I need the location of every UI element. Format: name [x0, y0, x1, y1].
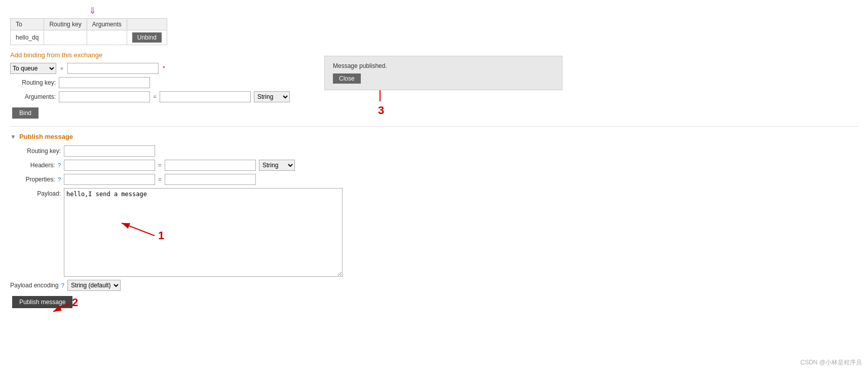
cell-routing-key: [44, 30, 87, 45]
properties-help-link[interactable]: ?: [58, 176, 61, 182]
payload-textarea[interactable]: hello,I send a message: [64, 188, 343, 277]
publish-section-label: Publish message: [19, 133, 73, 140]
properties-val-input-publish[interactable]: [165, 174, 256, 185]
payload-encoding-select[interactable]: String (default) Base64: [67, 280, 121, 291]
col-to: To: [11, 19, 44, 30]
col-routing-key: Routing key: [44, 19, 87, 30]
properties-row-publish: Properties: ? =: [10, 174, 858, 185]
arguments-row-binding: Arguments: = String Number Boolean: [10, 91, 858, 102]
routing-key-label-binding: Routing key:: [10, 79, 56, 86]
equals-sign-binding: =: [153, 93, 157, 100]
headers-label-publish: Headers: ?: [10, 162, 61, 169]
collapse-arrow-icon[interactable]: ▼: [10, 133, 16, 140]
routing-key-input-publish[interactable]: [64, 145, 155, 157]
arguments-type-select-binding[interactable]: String Number Boolean: [254, 91, 290, 102]
equals-properties: =: [158, 176, 162, 183]
cell-unbind[interactable]: Unbind: [127, 30, 167, 45]
publish-message-button[interactable]: Publish message: [12, 296, 72, 308]
bind-button[interactable]: Bind: [12, 107, 39, 119]
payload-row: Payload: hello,I send a message: [10, 188, 858, 277]
close-popup-button[interactable]: Close: [333, 73, 361, 84]
to-queue-select[interactable]: To queue To exchange: [10, 63, 56, 74]
unbind-button[interactable]: Unbind: [132, 32, 162, 43]
properties-key-input-publish[interactable]: [64, 174, 155, 185]
table-row: hello_dq Unbind: [11, 30, 167, 45]
required-star: *: [163, 65, 165, 72]
col-action: [127, 19, 167, 30]
arguments-key-input-binding[interactable]: [59, 91, 150, 102]
headers-row-publish: Headers: ? = String Number Boolean: [10, 160, 858, 171]
routing-key-row-publish: Routing key:: [10, 145, 858, 157]
section-divider: [10, 126, 858, 127]
publish-section-header: ▼ Publish message: [10, 133, 858, 140]
cell-arguments: [87, 30, 127, 45]
payload-encoding-help-link[interactable]: ?: [61, 282, 64, 288]
routing-key-input-binding[interactable]: [59, 77, 150, 88]
to-queue-input[interactable]: [67, 63, 159, 74]
payload-encoding-label: Payload encoding ?: [10, 282, 64, 289]
bindings-table: To Routing key Arguments hello_dq Unbind: [10, 18, 167, 45]
routing-key-label-publish: Routing key:: [10, 147, 61, 155]
headers-help-link[interactable]: ?: [58, 162, 61, 168]
headers-val-input-publish[interactable]: [165, 160, 256, 171]
cell-to: hello_dq: [11, 30, 44, 45]
publish-message-section: ▼ Publish message Routing key: Headers: …: [10, 133, 858, 308]
payload-encoding-row: Payload encoding ? String (default) Base…: [10, 280, 858, 291]
message-published-popup: Message published. Close: [324, 56, 562, 90]
properties-label-publish: Properties: ?: [10, 176, 61, 183]
payload-label: Payload:: [10, 188, 61, 197]
equals-headers: =: [158, 162, 162, 169]
down-arrow-icon: ⇓: [89, 6, 96, 16]
headers-key-input-publish[interactable]: [64, 160, 155, 171]
popup-message-text: Message published.: [333, 62, 554, 69]
arguments-label-binding: Arguments:: [10, 93, 56, 100]
col-arguments: Arguments: [87, 19, 127, 30]
arguments-val-input-binding[interactable]: [160, 91, 251, 102]
watermark: CSDN @小林是程序员: [800, 358, 862, 367]
headers-type-select-publish[interactable]: String Number Boolean: [259, 160, 295, 171]
